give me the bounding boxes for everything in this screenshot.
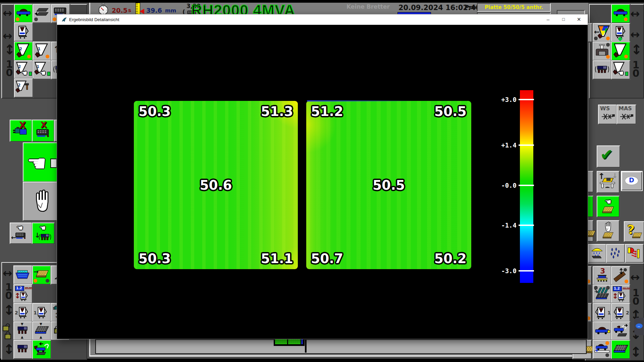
hopper-2-service-button[interactable]: 2 xyxy=(14,78,33,98)
app-logo-icon xyxy=(61,17,67,22)
hopper-number: 1 xyxy=(37,65,39,69)
height-adjust-button[interactable]: 1.2 mm ↕ xyxy=(13,284,33,303)
press-button[interactable] xyxy=(593,42,612,61)
mm-unit: mm xyxy=(623,287,630,290)
hopper-number: 2 xyxy=(18,65,21,69)
vacuum-car-button[interactable] xyxy=(32,340,51,359)
scale-tick xyxy=(519,270,534,272)
confirm-button[interactable]: ✔ xyxy=(597,145,620,168)
cart-1-button[interactable]: 1 xyxy=(32,303,51,322)
left-arrow-icon: ← xyxy=(11,235,16,241)
lock-icon xyxy=(5,334,11,339)
cycle-time-unit: s xyxy=(128,8,131,13)
status-dot xyxy=(605,353,609,357)
close-button[interactable]: ✕ xyxy=(571,14,587,25)
mas-button[interactable]: MAS xyxy=(616,105,636,124)
scale-tick xyxy=(519,225,534,226)
board-stack-button[interactable] xyxy=(33,4,52,23)
car-scale-button[interactable]: ↕ xyxy=(593,340,612,359)
d-label: D xyxy=(629,177,634,183)
maximize-button[interactable]: □ xyxy=(556,14,571,25)
press-icon xyxy=(15,325,30,336)
cycle-timer-icon xyxy=(98,3,109,15)
transport-car-button[interactable] xyxy=(14,4,33,23)
hand-cuff xyxy=(29,72,32,76)
h-arrow-indicator: ↔ xyxy=(630,272,640,283)
tilt-conveyor-button[interactable] xyxy=(611,266,630,285)
press-station-button[interactable] xyxy=(13,340,33,359)
vibrator-button[interactable] xyxy=(593,60,612,79)
camera-off-button[interactable]: X xyxy=(10,120,33,142)
car-icon xyxy=(613,8,628,17)
hopper-2-button[interactable]: 2 xyxy=(14,42,33,61)
hopper-2-manual-button[interactable]: 2 ☚ xyxy=(14,60,33,79)
thumb-plate-right xyxy=(288,339,301,344)
strip-divider xyxy=(305,339,307,353)
dialog-title-bar[interactable]: Ergebnisbild Detailansicht – □ ✕ xyxy=(57,14,588,25)
plate-icon xyxy=(600,232,615,240)
thumb-plate-left xyxy=(275,339,287,344)
waffle-plate-icon xyxy=(612,344,629,355)
return-transport-button[interactable]: ☚ ← xyxy=(10,223,33,244)
remote-access-tab[interactable]: ↔ xyxy=(634,318,644,335)
dosing-cart-icon xyxy=(18,305,29,319)
cart-2-button[interactable]: 2 xyxy=(611,303,630,322)
waffle-out-button[interactable] xyxy=(611,340,630,359)
press-icon xyxy=(15,343,30,355)
measurement-image-right-plate: 51.2 50.5 50.5 50.7 50.2 xyxy=(306,101,471,269)
blades-button[interactable] xyxy=(593,285,612,304)
cart-2-button[interactable]: 2 xyxy=(13,303,33,322)
product-field[interactable]: Platte 50/50/5 anthr. xyxy=(477,3,551,12)
scatter-off-button[interactable]: X xyxy=(32,120,55,142)
hopper-button[interactable] xyxy=(611,42,630,61)
stop-plate-button[interactable] xyxy=(597,220,620,242)
conveyor-3-button[interactable]: 3 xyxy=(593,266,612,285)
scale-tick xyxy=(519,99,534,100)
value-top-left: 51.2 xyxy=(311,105,343,118)
value-bottom-right: 51.1 xyxy=(261,252,293,265)
help-button[interactable]: ? xyxy=(624,221,644,242)
spray-button[interactable] xyxy=(588,244,607,263)
water-drops-button[interactable] xyxy=(606,244,625,263)
hand-pointer-icon: ☚ xyxy=(617,70,624,77)
heater-button[interactable] xyxy=(625,244,644,263)
dosing-cart-button[interactable] xyxy=(14,22,33,42)
manual-plate-button[interactable]: ☚ xyxy=(597,196,620,217)
ruler-pointer-icon xyxy=(140,9,144,14)
press-lift-button[interactable]: ▼ ▲ xyxy=(13,321,33,341)
plate-lift-button[interactable]: ↑ ↓ xyxy=(597,171,620,193)
thumb-marker xyxy=(301,339,303,344)
mm-unit: mm xyxy=(25,286,33,290)
plate-infeed-button[interactable]: → xyxy=(32,265,51,285)
hand-cuff xyxy=(47,72,50,76)
result-image-button[interactable]: ← xyxy=(593,23,612,42)
status-dot xyxy=(606,286,610,290)
scale-tick xyxy=(519,185,534,186)
mas-label: MAS xyxy=(619,106,632,111)
height-adjust-button[interactable]: 1.2 mm ↕ xyxy=(611,285,630,304)
ws-button[interactable]: WS xyxy=(598,105,618,124)
dosing-cart-button[interactable] xyxy=(611,23,630,42)
water-tray-button[interactable] xyxy=(13,265,33,285)
transport-car-button[interactable] xyxy=(611,4,630,23)
trailer-button[interactable] xyxy=(593,321,612,341)
manual-mode-button[interactable]: ☚ xyxy=(23,142,60,182)
waffle-lift-button[interactable]: ▼ ▲ xyxy=(32,321,51,341)
value-top-right: 51.3 xyxy=(261,105,293,118)
cart-1-button[interactable]: 1 xyxy=(593,303,612,322)
stop-hand-button[interactable] xyxy=(23,182,60,221)
hand-pointer-icon: ☚ xyxy=(39,225,46,232)
scatter-head-icon xyxy=(14,232,26,240)
minimize-button[interactable]: – xyxy=(540,14,556,25)
hopper-1-manual-button[interactable]: 1 ☚ xyxy=(33,60,52,79)
check-icon: ✔ xyxy=(600,147,613,162)
status-dot xyxy=(624,55,628,58)
value-top-right: 50.5 xyxy=(434,105,467,118)
diagnose-button[interactable]: D xyxy=(622,172,642,190)
hopper-1-button[interactable]: 1 xyxy=(33,42,52,61)
manual-scatter-button[interactable]: ☚ ↓ xyxy=(32,223,55,244)
bottom-black-strip xyxy=(0,359,644,362)
status-dot xyxy=(46,55,49,58)
hopper-manual-button[interactable]: ☚ xyxy=(611,60,630,79)
car-unload-button[interactable] xyxy=(611,321,630,341)
